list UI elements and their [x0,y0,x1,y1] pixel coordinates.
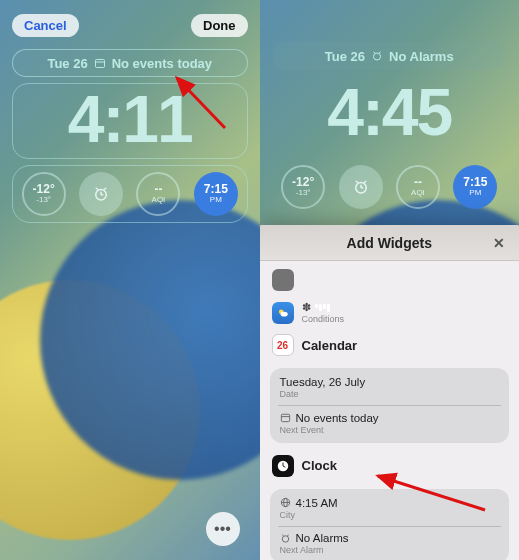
ellipsis-icon: ••• [214,520,231,538]
svg-rect-18 [281,414,289,421]
svg-line-15 [364,181,366,183]
calendar-icon [94,57,106,69]
weather-cond-label: Conditions [302,314,345,324]
date-widget-slot[interactable]: Tue 26 No Alarms [272,42,508,70]
svg-line-14 [355,181,357,183]
clock-app-icon [272,455,294,477]
date-extra-text: No events today [112,56,212,71]
alarm-icon [352,178,370,196]
widgets-slot[interactable]: -12° -13° -- AQI 7:15 PM [272,158,508,216]
clock-alarm-widget[interactable]: No Alarms Next Alarm [280,532,500,555]
lockscreen-edit-right: Tue 26 No Alarms 4:45 -12° -13° [260,0,520,560]
big-time: 4:45 [273,79,507,145]
date-extra-text: No Alarms [389,49,454,64]
svg-line-10 [379,52,381,53]
aqi-widget[interactable]: -- AQI [396,165,440,209]
lockscreen-edit-left: Cancel Done Tue 26 No events today 4:11 … [0,0,260,560]
svg-line-27 [282,534,283,535]
weather-temp-widget[interactable]: -12° -13° [281,165,325,209]
date-text: Tue 26 [47,56,87,71]
close-icon: ✕ [493,235,505,251]
alarm-icon [371,50,383,62]
sheet-header: Add Widgets ✕ [260,225,520,261]
clock-widget-slot[interactable]: 4:45 [272,76,508,152]
world-clock-widget[interactable]: 7:15 PM [194,172,238,216]
svg-point-26 [282,535,288,541]
svg-line-28 [287,534,288,535]
add-widgets-sheet: Add Widgets ✕ ✽ [260,225,520,560]
svg-point-8 [374,53,381,60]
calendar-date-widget[interactable]: Tuesday, 26 July Date [280,376,500,399]
weather-app-icon [272,302,294,324]
world-clock-widget[interactable]: 7:15 PM [453,165,497,209]
close-button[interactable]: ✕ [489,233,509,253]
alarm-icon [280,533,291,544]
app-icon [272,269,294,291]
calendar-widgets-card: Tuesday, 26 July Date No events today Ne… [270,368,510,443]
aqi-widget[interactable]: -- AQI [136,172,180,216]
clock-city-widget[interactable]: 4:15 AM City [280,497,500,520]
date-widget-slot[interactable]: Tue 26 No events today [12,49,248,77]
calendar-icon [280,412,291,423]
weather-temp-widget[interactable]: -12° -13° [22,172,66,216]
date-text: Tue 26 [325,49,365,64]
weather-preview: ✽ [302,301,345,314]
big-time: 4:11 [13,86,247,152]
calendar-section-label: Calendar [302,338,358,353]
sheet-title: Add Widgets [347,235,432,251]
alarm-icon [92,185,110,203]
svg-line-9 [374,52,376,53]
clock-widgets-card: 4:15 AM City No Alarms Next Alarm [270,489,510,561]
clock-widget-slot[interactable]: 4:11 [12,83,248,159]
widgets-slot[interactable]: -12° -13° -- AQI 7:15 PM [12,165,248,223]
done-button[interactable]: Done [191,14,248,37]
svg-point-17 [280,311,287,316]
globe-icon [280,497,291,508]
svg-line-6 [104,188,106,190]
more-button[interactable]: ••• [206,512,240,546]
weather-row[interactable]: ✽ Conditions [270,299,510,332]
calendar-app-icon: 26 [272,334,294,356]
cut-row [270,267,510,299]
calendar-event-widget[interactable]: No events today Next Event [280,412,500,435]
svg-rect-0 [95,60,104,68]
alarm-widget[interactable] [339,165,383,209]
cancel-button[interactable]: Cancel [12,14,79,37]
clock-section-label: Clock [302,458,337,473]
alarm-widget[interactable] [79,172,123,216]
svg-line-5 [96,188,98,190]
